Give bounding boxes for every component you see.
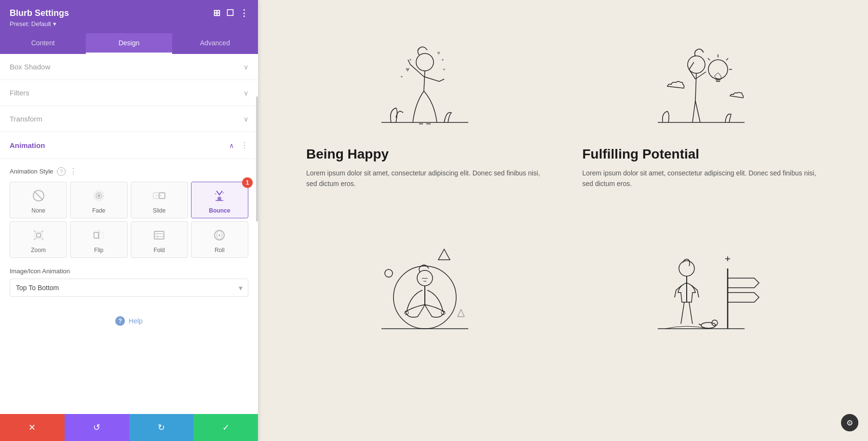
- box-shadow-section[interactable]: Box Shadow ∨: [0, 54, 258, 80]
- svg-point-45: [385, 269, 393, 277]
- animation-body: Animation Style ? ⋮ None: [0, 159, 258, 305]
- tab-content[interactable]: Content: [0, 33, 86, 54]
- animation-style-dots[interactable]: ⋮: [69, 167, 77, 176]
- panel-header: Blurb Settings ⊞ ☐ ⋮ Preset: Default ▾: [0, 0, 258, 33]
- filters-section[interactable]: Filters ∨: [0, 80, 258, 106]
- svg-marker-46: [458, 309, 464, 317]
- svg-point-25: [218, 234, 220, 236]
- more-icon[interactable]: ⋮: [240, 8, 248, 18]
- svg-rect-21: [154, 231, 164, 239]
- slide-icon: [150, 187, 168, 204]
- redo-button[interactable]: ↻: [129, 414, 194, 441]
- svg-point-33: [443, 68, 445, 70]
- animation-chevron: ∧: [229, 142, 234, 149]
- image-icon-animation-label: Image/Icon Animation: [10, 267, 248, 275]
- transform-section[interactable]: Transform ∨: [0, 106, 258, 132]
- being-happy-text: Lorem ipsum dolor sit amet, consectetur …: [306, 168, 544, 189]
- settings-panel: Blurb Settings ⊞ ☐ ⋮ Preset: Default ▾ C…: [0, 0, 258, 441]
- animation-section-header[interactable]: Animation ∧ ⋮: [0, 132, 258, 159]
- anim-cell-zoom[interactable]: Zoom: [10, 221, 67, 258]
- bounce-badge: 1: [242, 177, 253, 188]
- tab-advanced[interactable]: Advanced: [172, 33, 258, 54]
- scroll-handle[interactable]: [256, 96, 258, 222]
- flip-icon: [90, 227, 108, 244]
- help-link[interactable]: ? Help: [0, 305, 258, 337]
- box-shadow-chevron: ∨: [244, 63, 248, 71]
- floating-toggle-button[interactable]: ⚙: [841, 414, 858, 431]
- preset-label[interactable]: Preset: Default ▾: [10, 20, 248, 27]
- svg-point-36: [708, 60, 728, 79]
- transform-chevron: ∨: [244, 115, 248, 123]
- fulfilling-potential-text: Lorem ipsum dolor sit amet, consectetur …: [583, 168, 820, 189]
- animation-style-help-icon[interactable]: ?: [57, 167, 66, 176]
- animation-dots[interactable]: ⋮: [241, 141, 248, 150]
- svg-text:♥: ♥: [406, 66, 409, 73]
- slide-label: Slide: [153, 207, 166, 214]
- cancel-button[interactable]: ✕: [0, 414, 65, 441]
- panel-title-icons: ⊞ ☐ ⋮: [213, 8, 248, 18]
- zoom-icon: [30, 227, 47, 244]
- card-fulfilling-potential: Fulfilling Potential Lorem ipsum dolor s…: [563, 19, 840, 221]
- save-button[interactable]: ✓: [193, 414, 258, 441]
- animation-label: Animation: [10, 141, 45, 149]
- svg-point-27: [416, 53, 434, 71]
- svg-point-8: [217, 197, 221, 200]
- card-being-happy: ♥ ♥ Being Happy Lorem ipsum dolor sit am…: [287, 19, 563, 221]
- box-shadow-label: Box Shadow: [10, 63, 50, 71]
- roll-icon: [211, 227, 228, 244]
- svg-point-32: [409, 59, 411, 61]
- svg-rect-6: [159, 193, 165, 199]
- help-label: Help: [129, 317, 143, 325]
- filters-chevron: ∨: [244, 89, 248, 97]
- anim-cell-bounce[interactable]: 1 Bounce: [191, 182, 248, 218]
- fade-icon: [90, 187, 108, 204]
- zoom-label: Zoom: [31, 247, 46, 254]
- animation-style-row: Animation Style ? ⋮: [10, 167, 248, 176]
- roll-label: Roll: [215, 247, 225, 254]
- card-directions: [563, 221, 840, 422]
- filters-label: Filters: [10, 89, 29, 97]
- directions-illustration: [583, 232, 820, 338]
- svg-point-48: [417, 270, 433, 286]
- none-label: None: [31, 207, 45, 214]
- bounce-label: Bounce: [209, 207, 230, 214]
- bounce-icon: [211, 187, 228, 204]
- svg-text:♥: ♥: [437, 50, 440, 56]
- animation-style-grid: None Fade: [10, 182, 248, 258]
- image-icon-animation-select[interactable]: Top To Bottom Bottom To Top Left To Righ…: [10, 279, 248, 297]
- anim-cell-roll[interactable]: Roll: [191, 221, 248, 258]
- anim-cell-fade[interactable]: Fade: [70, 182, 127, 218]
- image-icon-select-wrapper: Top To Bottom Bottom To Top Left To Righ…: [10, 279, 248, 297]
- main-content: ♥ ♥ Being Happy Lorem ipsum dolor sit am…: [258, 0, 868, 441]
- undo-button[interactable]: ↺: [65, 414, 129, 441]
- fade-label: Fade: [92, 207, 105, 214]
- help-circle-icon: ?: [115, 316, 125, 326]
- svg-line-41: [708, 58, 710, 60]
- layout-icon[interactable]: ☐: [226, 8, 234, 18]
- svg-line-17: [41, 238, 43, 240]
- anim-cell-none[interactable]: None: [10, 182, 67, 218]
- transform-label: Transform: [10, 115, 42, 123]
- flip-label: Flip: [94, 247, 103, 254]
- expand-icon[interactable]: ⊞: [213, 8, 220, 18]
- tab-design[interactable]: Design: [86, 33, 172, 54]
- fulfilling-potential-illustration: [583, 31, 820, 137]
- anim-cell-slide[interactable]: Slide: [131, 182, 188, 218]
- svg-line-1: [34, 191, 43, 200]
- fold-label: Fold: [153, 247, 164, 254]
- svg-line-40: [726, 58, 728, 60]
- panel-footer: ✕ ↺ ↻ ✓: [0, 414, 258, 441]
- anim-cell-fold[interactable]: Fold: [131, 221, 188, 258]
- panel-title-row: Blurb Settings ⊞ ☐ ⋮: [10, 8, 248, 18]
- svg-point-11: [223, 192, 224, 194]
- panel-tabs: Content Design Advanced: [0, 33, 258, 54]
- anim-cell-flip[interactable]: Flip: [70, 221, 127, 258]
- svg-point-10: [215, 193, 217, 195]
- card-meditation: [287, 221, 563, 422]
- fulfilling-potential-title: Fulfilling Potential: [583, 147, 700, 162]
- meditation-illustration: [306, 232, 544, 338]
- panel-title-text: Blurb Settings: [10, 8, 69, 18]
- svg-marker-44: [438, 249, 450, 260]
- svg-line-14: [34, 230, 36, 232]
- fold-icon: [150, 227, 168, 244]
